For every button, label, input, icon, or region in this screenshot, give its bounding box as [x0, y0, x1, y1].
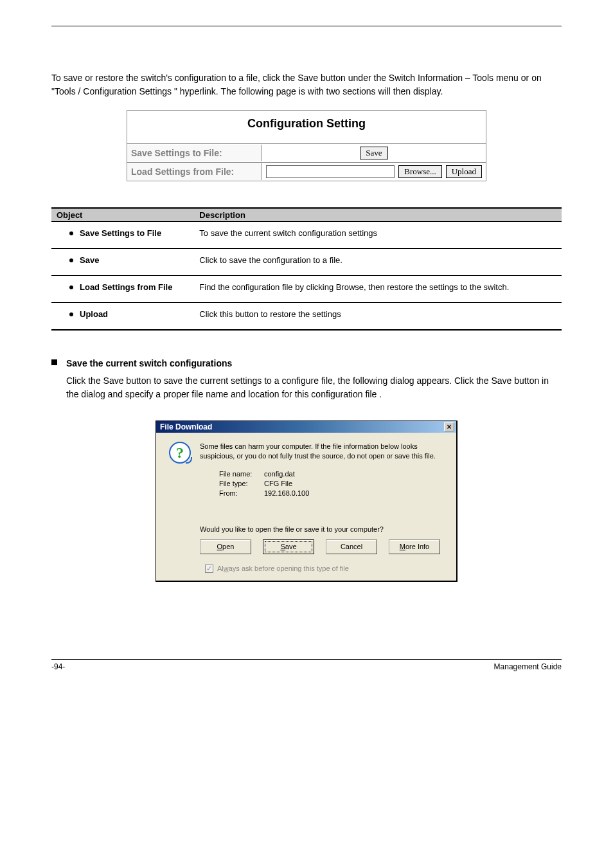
- save-button[interactable]: Save: [360, 147, 387, 159]
- table-row: Load Settings from File Find the configu…: [51, 276, 562, 303]
- col-description: Description: [194, 208, 562, 222]
- intro-paragraph: To save or restore the switch's configur…: [51, 71, 562, 98]
- load-settings-label: Load Settings from File:: [127, 163, 262, 180]
- file-from-key: From:: [219, 489, 264, 497]
- obj-name: Load Settings from File: [80, 282, 172, 292]
- bullet-icon: [69, 312, 73, 316]
- page-number: -94-: [51, 662, 65, 671]
- table-row: Save Click to save the configuration to …: [51, 249, 562, 276]
- file-download-dialog: File Download × ? Some files can harm yo…: [155, 420, 458, 582]
- browse-button[interactable]: Browse...: [398, 165, 441, 178]
- obj-name: Save Settings to File: [80, 228, 161, 238]
- obj-desc: To save the current switch configuration…: [194, 222, 562, 249]
- save-settings-label: Save Settings to File:: [127, 145, 262, 161]
- file-type-value: CFG File: [264, 480, 292, 487]
- file-from-value: 192.168.0.100: [264, 489, 309, 497]
- save-section-title: Save the current switch configurations: [66, 357, 562, 370]
- bullet-icon: [69, 231, 73, 235]
- square-bullet-icon: [51, 359, 57, 365]
- col-object: Object: [51, 208, 194, 222]
- cancel-button[interactable]: Cancel: [326, 539, 377, 554]
- file-type-key: File type:: [219, 480, 264, 487]
- object-description-table: Object Description Save Settings to File…: [51, 207, 562, 331]
- always-ask-checkbox[interactable]: ✓: [205, 565, 213, 573]
- file-name-value: config.dat: [264, 470, 295, 478]
- dialog-prompt: Would you like to open the file or save …: [200, 525, 443, 533]
- obj-name: Save: [80, 255, 99, 265]
- always-ask-label: Always ask before opening this type of f…: [217, 565, 349, 572]
- file-name-key: File name:: [219, 470, 264, 478]
- obj-name: Upload: [80, 309, 108, 319]
- obj-desc: Click this button to restore the setting…: [194, 303, 562, 330]
- obj-desc: Click to save the configuration to a fil…: [194, 249, 562, 276]
- table-row: Upload Click this button to restore the …: [51, 303, 562, 330]
- dialog-save-button[interactable]: Save: [263, 539, 314, 554]
- more-info-button[interactable]: More Info: [389, 539, 440, 554]
- config-panel-title: Configuration Setting: [127, 111, 486, 144]
- config-setting-panel: Configuration Setting Save Settings to F…: [127, 110, 486, 181]
- close-icon[interactable]: ×: [444, 422, 454, 431]
- dialog-warning-text: Some files can harm your computer. If th…: [200, 442, 443, 461]
- save-section-text: Click the Save button to save the curren…: [66, 374, 562, 401]
- obj-desc: Find the configuration file by clicking …: [194, 276, 562, 303]
- upload-button[interactable]: Upload: [446, 165, 482, 178]
- question-icon: ?: [169, 442, 191, 464]
- dialog-title: File Download: [160, 422, 212, 431]
- footer-section: Management Guide: [494, 662, 562, 671]
- file-path-input[interactable]: [266, 165, 395, 178]
- table-row: Save Settings to File To save the curren…: [51, 222, 562, 249]
- bullet-icon: [69, 285, 73, 289]
- open-button[interactable]: Open: [200, 539, 251, 554]
- bullet-icon: [69, 258, 73, 262]
